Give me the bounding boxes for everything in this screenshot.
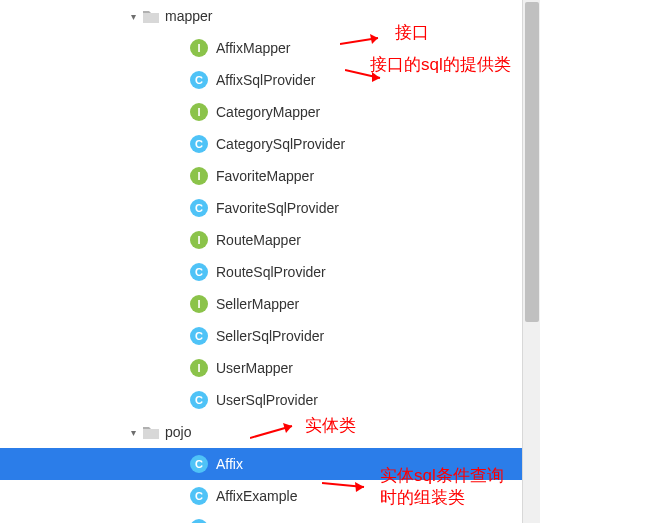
folder-mapper[interactable]: ▾ mapper xyxy=(0,0,540,32)
class-icon: C xyxy=(190,263,208,281)
item-label: RouteMapper xyxy=(216,232,301,248)
item-label: AffixMapper xyxy=(216,40,290,56)
svg-marker-7 xyxy=(355,482,364,492)
tree-item[interactable]: CRouteSqlProvider xyxy=(0,256,540,288)
arrow-icon xyxy=(250,420,305,445)
annotation-interface: 接口 xyxy=(395,22,429,44)
annotation-sql-provider: 接口的sql的提供类 xyxy=(370,54,511,76)
interface-icon: I xyxy=(190,359,208,377)
tree-item[interactable]: ICategoryMapper xyxy=(0,96,540,128)
item-label: SellerSqlProvider xyxy=(216,328,324,344)
scrollbar-thumb[interactable] xyxy=(525,2,539,322)
interface-icon: I xyxy=(190,295,208,313)
item-label: AffixExample xyxy=(216,488,297,504)
item-label: SellerMapper xyxy=(216,296,299,312)
interface-icon: I xyxy=(190,167,208,185)
item-label: UserSqlProvider xyxy=(216,392,318,408)
class-icon: C xyxy=(190,487,208,505)
item-label: AffixSqlProvider xyxy=(216,72,315,88)
folder-icon xyxy=(143,426,159,439)
item-label: Affix xyxy=(216,456,243,472)
tree-item[interactable]: IUserMapper xyxy=(0,352,540,384)
class-icon: C xyxy=(190,327,208,345)
item-label: CategorySqlProvider xyxy=(216,136,345,152)
folder-icon xyxy=(143,10,159,23)
chevron-down-icon[interactable]: ▾ xyxy=(125,427,141,438)
tree-item[interactable]: CUserSqlProvider xyxy=(0,384,540,416)
interface-icon: I xyxy=(190,103,208,121)
chevron-down-icon[interactable]: ▾ xyxy=(125,11,141,22)
class-icon: C xyxy=(190,199,208,217)
tree-item[interactable]: CCategorySqlProvider xyxy=(0,128,540,160)
tree-item[interactable]: CCategory xyxy=(0,512,540,523)
annotation-example: 实体sql条件查询 时的组装类 xyxy=(380,465,504,509)
tree-item[interactable]: ISellerMapper xyxy=(0,288,540,320)
svg-marker-1 xyxy=(370,34,378,44)
folder-label: pojo xyxy=(165,424,191,440)
item-label: UserMapper xyxy=(216,360,293,376)
class-icon: C xyxy=(190,519,208,523)
class-icon: C xyxy=(190,71,208,89)
item-label: FavoriteMapper xyxy=(216,168,314,184)
annotation-entity: 实体类 xyxy=(305,415,356,437)
class-icon: C xyxy=(190,135,208,153)
item-label: FavoriteSqlProvider xyxy=(216,200,339,216)
item-label: CategoryMapper xyxy=(216,104,320,120)
arrow-icon xyxy=(322,475,377,497)
tree-item[interactable]: IRouteMapper xyxy=(0,224,540,256)
tree-item[interactable]: CFavoriteSqlProvider xyxy=(0,192,540,224)
item-label: RouteSqlProvider xyxy=(216,264,326,280)
interface-icon: I xyxy=(190,231,208,249)
vertical-scrollbar[interactable] xyxy=(522,0,540,523)
interface-icon: I xyxy=(190,39,208,57)
class-icon: C xyxy=(190,455,208,473)
class-icon: C xyxy=(190,391,208,409)
arrow-icon xyxy=(340,32,390,52)
tree-item[interactable]: IFavoriteMapper xyxy=(0,160,540,192)
folder-label: mapper xyxy=(165,8,212,24)
tree-item[interactable]: CSellerSqlProvider xyxy=(0,320,540,352)
